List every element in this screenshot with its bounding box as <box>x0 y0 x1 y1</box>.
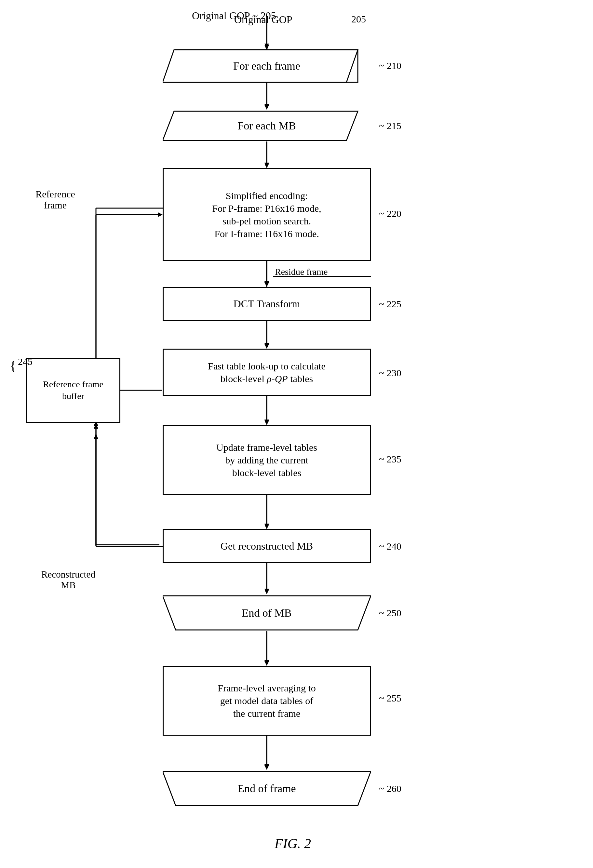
ref-frame-buffer-brace: { <box>10 358 16 373</box>
dct-transform-box: DCT Transform <box>163 287 371 321</box>
svg-marker-45 <box>265 344 269 348</box>
fig-caption: FIG. 2 <box>195 836 390 852</box>
svg-marker-13 <box>265 524 269 529</box>
svg-marker-42 <box>265 282 269 287</box>
svg-marker-15 <box>265 589 269 594</box>
svg-marker-28 <box>94 434 98 439</box>
svg-marker-7 <box>265 281 269 287</box>
original-gop-text: Original GOP ~ 205 <box>192 10 276 22</box>
for-each-frame-label: For each frame <box>163 48 371 84</box>
reference-frame-label: Referenceframe <box>26 189 84 211</box>
svg-marker-40 <box>265 164 269 168</box>
svg-marker-55 <box>265 765 269 770</box>
end-of-mb-label: End of MB <box>163 594 371 632</box>
svg-marker-49 <box>265 525 269 529</box>
svg-marker-51 <box>265 590 269 594</box>
ref-frame-buffer-box: Reference framebuffer <box>26 358 120 423</box>
simplified-encoding-box: Simplified encoding: For P-frame: P16x16… <box>163 168 371 261</box>
end-of-frame-label: End of frame <box>163 770 371 807</box>
svg-marker-53 <box>265 661 269 666</box>
ref-frame-buffer-ref-brace: 245 <box>18 356 33 367</box>
svg-marker-17 <box>265 660 269 666</box>
update-frame-ref: ~ 235 <box>379 454 401 465</box>
get-reconstructed-ref: ~ 240 <box>379 541 401 552</box>
svg-marker-3 <box>265 104 269 109</box>
for-each-mb-label: For each MB <box>163 109 371 142</box>
svg-marker-19 <box>265 764 269 770</box>
end-of-frame-ref: ~ 260 <box>379 783 401 794</box>
dct-transform-ref: ~ 225 <box>379 298 401 310</box>
diagram-container: Original GOP 205 <box>0 0 593 868</box>
svg-marker-38 <box>265 105 269 109</box>
for-each-mb-ref: ~ 215 <box>379 120 401 131</box>
svg-marker-59 <box>158 213 163 217</box>
get-reconstructed-box: Get reconstructed MB <box>163 529 371 563</box>
svg-marker-62 <box>94 424 98 429</box>
fast-table-ref: ~ 230 <box>379 368 401 379</box>
update-frame-box: Update frame-level tables by adding the … <box>163 425 371 495</box>
frame-level-averaging-ref: ~ 255 <box>379 693 401 704</box>
frame-level-averaging-box: Frame-level averaging to get model data … <box>163 666 371 736</box>
svg-marker-9 <box>265 343 269 348</box>
reconstructed-mb-label: ReconstructedMB <box>36 569 101 590</box>
svg-marker-5 <box>265 162 269 168</box>
for-each-frame-ref: ~ 210 <box>379 60 401 71</box>
svg-marker-47 <box>265 421 269 425</box>
original-gop-ref: 205 <box>351 14 366 25</box>
end-of-mb-ref: ~ 250 <box>379 608 401 619</box>
simplified-encoding-ref: ~ 220 <box>379 208 401 219</box>
fast-table-box: Fast table look-up to calculate block-le… <box>163 348 371 396</box>
svg-marker-11 <box>265 419 269 425</box>
residue-frame-label: Residue frame <box>275 267 328 277</box>
svg-marker-36 <box>265 44 269 48</box>
